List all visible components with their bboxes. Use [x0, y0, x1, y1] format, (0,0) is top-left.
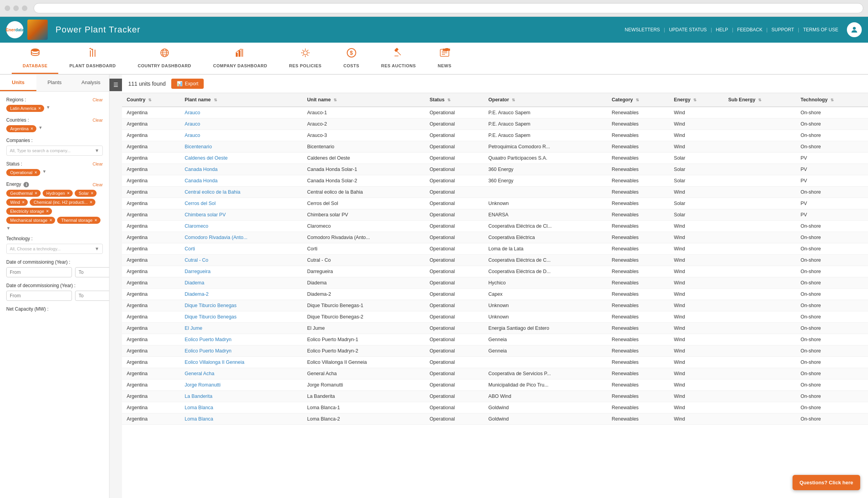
cell-plant[interactable]: Dique Tiburcio Benegas — [180, 311, 302, 323]
cell-plant[interactable]: Bicentenario — [180, 141, 302, 153]
cell-subEnergy — [724, 232, 796, 243]
export-button[interactable]: 📊 Export — [171, 79, 204, 89]
table-row: ArgentinaGeneral AchaGeneral AchaOperati… — [122, 368, 868, 379]
clear-countries-button[interactable]: Clear — [93, 118, 103, 122]
sort-operator[interactable]: ⇅ — [512, 98, 515, 102]
energy-dropdown-arrow[interactable]: ▼ — [6, 226, 11, 230]
cell-plant[interactable]: Darregueira — [180, 266, 302, 277]
cell-plant[interactable]: El Jume — [180, 323, 302, 334]
remove-argentina[interactable]: × — [30, 126, 33, 131]
cell-plant[interactable]: Cerros del Sol — [180, 198, 302, 209]
remove-latin-america[interactable]: × — [38, 106, 41, 111]
url-bar[interactable] — [34, 3, 863, 13]
clear-energy-button[interactable]: Clear — [93, 182, 103, 187]
tab-analysis[interactable]: Analysis — [73, 75, 109, 91]
cell-plant[interactable]: Loma Blanca — [180, 402, 302, 414]
nav-company-dashboard[interactable]: COMPANY DASHBOARD — [202, 43, 278, 74]
cell-plant[interactable]: Diadema — [180, 277, 302, 289]
cell-plant[interactable]: La Banderita — [180, 391, 302, 402]
col-technology[interactable]: Technology ⇅ — [796, 93, 868, 107]
remove-wind[interactable]: × — [22, 200, 25, 205]
nav-link-feedback[interactable]: FEEDBACK — [733, 27, 766, 32]
cell-plant[interactable]: Diadema-2 — [180, 289, 302, 300]
cell-plant[interactable]: Arauco — [180, 107, 302, 119]
cell-plant[interactable]: Cutral - Co — [180, 255, 302, 266]
col-plant-name[interactable]: Plant name ⇅ — [180, 93, 302, 107]
sort-technology[interactable]: ⇅ — [830, 98, 834, 102]
nav-res-auctions[interactable]: RES AUCTIONS — [370, 43, 427, 74]
clear-regions-button[interactable]: Clear — [93, 97, 103, 102]
commissioning-to[interactable] — [75, 267, 109, 277]
cell-subEnergy — [724, 402, 796, 414]
cell-plant[interactable]: General Acha — [180, 368, 302, 379]
cell-plant[interactable]: Chimbera solar PV — [180, 209, 302, 221]
cell-country: Argentina — [122, 130, 180, 141]
collapse-sidebar-button[interactable]: ☰ — [109, 79, 122, 91]
regions-dropdown-arrow[interactable]: ▼ — [46, 105, 50, 112]
remove-hydrogen[interactable]: × — [67, 191, 70, 196]
sort-energy[interactable]: ⇅ — [693, 98, 696, 102]
remove-geothermal[interactable]: × — [34, 191, 37, 196]
col-sub-energy[interactable]: Sub Energy ⇅ — [724, 93, 796, 107]
sort-plant-name[interactable]: ⇅ — [214, 98, 217, 102]
commissioning-from[interactable] — [6, 267, 72, 277]
remove-thermal-storage[interactable]: × — [95, 218, 97, 223]
cell-plant[interactable]: Eolico Villalonga II Genneia — [180, 357, 302, 368]
sort-sub-energy[interactable]: ⇅ — [758, 98, 761, 102]
nav-res-policies[interactable]: RES POLICIES — [278, 43, 332, 74]
cell-plant[interactable]: Comodoro Rivadavia (Anto... — [180, 232, 302, 243]
tab-plants[interactable]: Plants — [36, 75, 73, 91]
cta-button[interactable]: Questions? Click here — [793, 475, 860, 490]
technology-dropdown[interactable]: All, Choose a technology... ▼ — [6, 244, 103, 254]
sort-category[interactable]: ⇅ — [636, 98, 639, 102]
decommissioning-to[interactable] — [75, 291, 109, 301]
remove-operational[interactable]: × — [34, 170, 37, 175]
remove-chemical[interactable]: × — [90, 200, 92, 205]
remove-solar[interactable]: × — [91, 191, 93, 196]
cell-plant[interactable]: Dique Tiburcio Benegas — [180, 300, 302, 311]
nav-plant-dashboard[interactable]: PLANT DASHBOARD — [58, 43, 127, 74]
col-unit-name[interactable]: Unit name ⇅ — [302, 93, 425, 107]
cell-plant[interactable]: Canada Honda — [180, 164, 302, 175]
nav-country-dashboard[interactable]: COUNTRY DASHBOARD — [127, 43, 202, 74]
table-wrapper[interactable]: Country ⇅ Plant name ⇅ Unit name ⇅ Sta — [122, 93, 868, 498]
nav-link-update-status[interactable]: UPDATE STATUS — [665, 27, 711, 32]
sort-status[interactable]: ⇅ — [447, 98, 450, 102]
remove-mechanical-storage[interactable]: × — [49, 218, 52, 223]
tab-units[interactable]: Units — [0, 75, 36, 91]
countries-dropdown-arrow[interactable]: ▼ — [38, 125, 43, 132]
cell-plant[interactable]: Loma Blanca — [180, 414, 302, 425]
col-category[interactable]: Category ⇅ — [607, 93, 669, 107]
nav-link-help[interactable]: HELP — [712, 27, 732, 32]
cell-status: Operational — [425, 289, 484, 300]
remove-electricity-storage[interactable]: × — [46, 209, 49, 214]
energy-help-icon[interactable]: ℹ — [23, 182, 29, 187]
cell-plant[interactable]: Corti — [180, 243, 302, 255]
col-country[interactable]: Country ⇅ — [122, 93, 180, 107]
companies-dropdown[interactable]: All, Type to search a company... ▼ — [6, 146, 103, 156]
user-avatar[interactable] — [847, 22, 862, 37]
sort-unit-name[interactable]: ⇅ — [334, 98, 337, 102]
cell-plant[interactable]: Claromeco — [180, 221, 302, 232]
nav-link-support[interactable]: SUPPORT — [768, 27, 798, 32]
clear-status-button[interactable]: Clear — [93, 162, 103, 166]
cell-plant[interactable]: Eolico Puerto Madryn — [180, 345, 302, 357]
cell-plant[interactable]: Canada Honda — [180, 175, 302, 187]
col-operator[interactable]: Operator ⇅ — [484, 93, 607, 107]
status-dropdown-arrow[interactable]: ▼ — [42, 169, 47, 176]
cell-plant[interactable]: Arauco — [180, 130, 302, 141]
nav-costs[interactable]: $ COSTS — [332, 43, 370, 74]
nav-link-newsletters[interactable]: NEWSLETTERS — [621, 27, 664, 32]
decommissioning-from[interactable] — [6, 291, 72, 301]
nav-news[interactable]: NEWS NEWS — [427, 43, 462, 74]
col-status[interactable]: Status ⇅ — [425, 93, 484, 107]
nav-link-terms[interactable]: TERMS OF USE — [799, 27, 842, 32]
col-energy[interactable]: Energy ⇅ — [669, 93, 724, 107]
cell-plant[interactable]: Arauco — [180, 119, 302, 130]
nav-database[interactable]: DATABASE — [12, 43, 58, 74]
cell-plant[interactable]: Eolico Puerto Madryn — [180, 334, 302, 345]
cell-plant[interactable]: Caldenes del Oeste — [180, 153, 302, 164]
sort-country[interactable]: ⇅ — [148, 98, 151, 102]
cell-plant[interactable]: Jorge Romanutti — [180, 379, 302, 391]
cell-plant[interactable]: Central eolico de la Bahia — [180, 187, 302, 198]
